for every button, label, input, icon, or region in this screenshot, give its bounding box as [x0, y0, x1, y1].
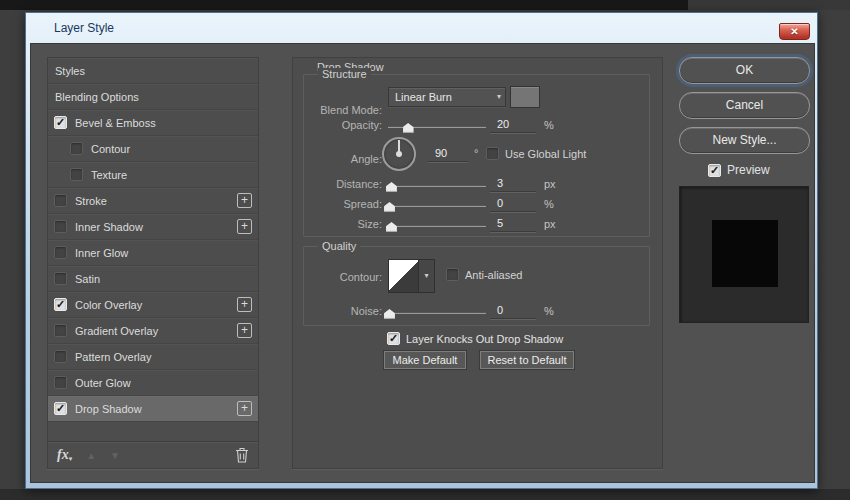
add-effect-button[interactable]: + — [237, 323, 252, 338]
distance-slider-thumb[interactable] — [386, 182, 397, 192]
styles-list-panel: Styles Blending Options Bevel & Emboss C… — [47, 57, 259, 469]
reset-to-default-button[interactable]: Reset to Default — [480, 351, 574, 369]
preview-toggle-row: Preview — [708, 163, 770, 177]
checkbox[interactable] — [54, 350, 67, 363]
sidebar-item-blending-options[interactable]: Blending Options — [48, 84, 258, 110]
dialog-titlebar[interactable]: Layer Style ✕ — [26, 13, 817, 43]
quality-group: Quality Contour: ▾ Anti-aliased Noise: 0… — [303, 246, 650, 326]
checkbox[interactable] — [54, 246, 67, 259]
fx-menu-caret-icon: ▾ — [69, 455, 73, 463]
noise-slider-thumb[interactable] — [384, 309, 395, 319]
add-effect-button[interactable]: + — [237, 193, 252, 208]
layer-style-dialog: Layer Style ✕ Styles Blending Options Be… — [25, 12, 818, 489]
sidebar-item-label: Pattern Overlay — [75, 351, 151, 363]
preview-checkbox[interactable] — [708, 164, 721, 177]
distance-slider[interactable] — [388, 185, 486, 187]
quality-legend: Quality — [318, 240, 360, 252]
sidebar-item-label: Blending Options — [55, 91, 139, 103]
size-label: Size: — [304, 218, 382, 230]
checkbox[interactable] — [70, 142, 83, 155]
checkbox[interactable] — [54, 298, 67, 311]
sidebar-item-color-overlay[interactable]: Color Overlay + — [48, 292, 258, 318]
layer-knocks-out-label: Layer Knocks Out Drop Shadow — [406, 333, 563, 345]
checkbox[interactable] — [54, 220, 67, 233]
opacity-unit: % — [544, 119, 554, 131]
noise-value-field[interactable]: 0 — [490, 304, 536, 319]
fx-menu-icon[interactable]: fx — [57, 447, 69, 463]
add-effect-button[interactable]: + — [237, 401, 252, 416]
contour-picker: ▾ — [388, 259, 435, 293]
angle-dial[interactable] — [382, 137, 416, 171]
sidebar-item-inner-glow[interactable]: Inner Glow — [48, 240, 258, 266]
checkbox[interactable] — [54, 376, 67, 389]
add-effect-button[interactable]: + — [237, 297, 252, 312]
distance-unit: px — [544, 178, 556, 190]
styles-list: Styles Blending Options Bevel & Emboss C… — [48, 58, 258, 443]
checkbox[interactable] — [54, 116, 67, 129]
sidebar-item-drop-shadow[interactable]: Drop Shadow + — [48, 396, 258, 422]
sidebar-item-label: Color Overlay — [75, 299, 142, 311]
shadow-color-swatch[interactable] — [510, 86, 540, 108]
use-global-light-checkbox[interactable] — [486, 147, 499, 160]
contour-thumbnail[interactable] — [389, 260, 419, 292]
blend-mode-select[interactable]: Linear Burn ▾ — [388, 87, 506, 107]
chevron-down-icon[interactable]: ▾ — [419, 260, 434, 292]
structure-group: Structure Blend Mode: Linear Burn ▾ Opac… — [303, 74, 650, 237]
spread-row: Spread: 0 % — [304, 197, 649, 213]
sidebar-item-label: Drop Shadow — [75, 403, 142, 415]
distance-label: Distance: — [304, 178, 382, 190]
close-icon[interactable]: ✕ — [779, 23, 810, 40]
add-effect-button[interactable]: + — [237, 219, 252, 234]
opacity-row: Opacity: 20 % — [304, 118, 649, 134]
blend-mode-value: Linear Burn — [395, 91, 452, 103]
size-value-field[interactable]: 5 — [490, 217, 536, 232]
noise-slider[interactable] — [388, 312, 486, 314]
sidebar-item-bevel-emboss[interactable]: Bevel & Emboss — [48, 110, 258, 136]
anti-aliased-label: Anti-aliased — [465, 269, 522, 281]
sidebar-item-stroke[interactable]: Stroke + — [48, 188, 258, 214]
spread-slider[interactable] — [388, 205, 486, 207]
ok-button[interactable]: OK — [679, 57, 810, 84]
sidebar-item-pattern-overlay[interactable]: Pattern Overlay — [48, 344, 258, 370]
sidebar-item-satin[interactable]: Satin — [48, 266, 258, 292]
dialog-title: Layer Style — [54, 21, 114, 35]
checkbox[interactable] — [54, 402, 67, 415]
checkbox[interactable] — [54, 272, 67, 285]
dialog-content: Styles Blending Options Bevel & Emboss C… — [30, 43, 815, 483]
distance-value-field[interactable]: 3 — [490, 177, 536, 192]
angle-label: Angle: — [304, 153, 382, 165]
move-effect-up-icon[interactable]: ▲ — [86, 450, 96, 461]
distance-row: Distance: 3 px — [304, 177, 649, 193]
move-effect-down-icon[interactable]: ▼ — [110, 450, 120, 461]
cancel-button[interactable]: Cancel — [679, 92, 810, 119]
blend-mode-label: Blend Mode: — [304, 104, 382, 116]
layer-knocks-out-checkbox[interactable] — [387, 332, 400, 345]
sidebar-item-texture[interactable]: Texture — [48, 162, 258, 188]
checkbox[interactable] — [54, 194, 67, 207]
spread-value-field[interactable]: 0 — [490, 197, 536, 212]
app-background-top-right — [688, 0, 850, 10]
sidebar-item-outer-glow[interactable]: Outer Glow — [48, 370, 258, 396]
sidebar-item-inner-shadow[interactable]: Inner Shadow + — [48, 214, 258, 240]
new-style-button[interactable]: New Style... — [679, 127, 810, 154]
sidebar-item-label: Outer Glow — [75, 377, 131, 389]
sidebar-item-label: Texture — [91, 169, 127, 181]
size-slider[interactable] — [388, 225, 486, 227]
opacity-slider-thumb[interactable] — [403, 123, 414, 133]
sidebar-item-styles[interactable]: Styles — [48, 58, 258, 84]
checkbox[interactable] — [70, 168, 83, 181]
make-default-button[interactable]: Make Default — [384, 351, 466, 369]
sidebar-item-contour[interactable]: Contour — [48, 136, 258, 162]
sidebar-item-gradient-overlay[interactable]: Gradient Overlay + — [48, 318, 258, 344]
anti-aliased-checkbox[interactable] — [446, 268, 459, 281]
checkbox[interactable] — [54, 324, 67, 337]
delete-effect-icon[interactable] — [235, 447, 249, 463]
preview-label: Preview — [727, 163, 770, 177]
size-slider-thumb[interactable] — [386, 222, 397, 232]
style-preview-square — [712, 220, 778, 287]
sidebar-item-label: Stroke — [75, 195, 107, 207]
opacity-value-field[interactable]: 20 — [490, 118, 536, 133]
spread-slider-thumb[interactable] — [384, 202, 395, 212]
angle-value-field[interactable]: 90 — [428, 147, 468, 162]
opacity-slider[interactable] — [388, 126, 486, 128]
